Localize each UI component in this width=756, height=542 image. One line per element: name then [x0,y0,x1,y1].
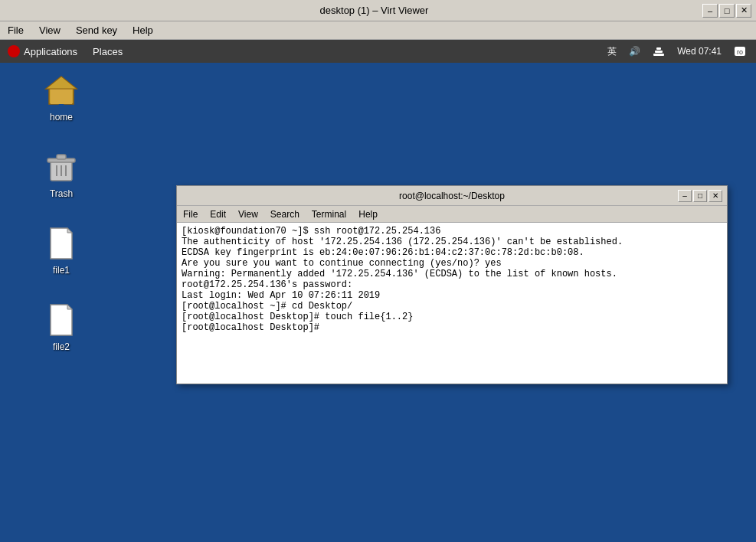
svg-rect-2 [656,47,661,50]
terminal-title: root@localhost:~/Desktop [227,191,676,201]
desktop: home Trash file1 [0,63,756,542]
places-menu-button[interactable]: Places [85,40,130,63]
svg-rect-11 [57,155,66,159]
terminal-menubar: File Edit View Search Terminal Help [177,206,727,223]
desktop-icon-file1[interactable]: file1 [27,222,96,279]
trash-icon-label: Trash [50,188,73,199]
desktop-icon-file2[interactable]: file2 [27,299,96,355]
terminal-titlebar: root@localhost:~/Desktop – □ ✕ [177,186,727,206]
menu-send-key[interactable]: Send key [68,23,125,38]
close-button[interactable]: ✕ [736,4,751,18]
svg-marker-16 [67,228,72,233]
svg-rect-0 [653,54,664,56]
file1-icon [43,225,80,262]
places-label: Places [93,46,123,57]
terminal-maximize-button[interactable]: □ [693,190,707,202]
menu-file[interactable]: File [0,23,31,38]
gnome-panel: Applications Places 英 🔊 Wed 07:41 ro [0,40,756,63]
terminal-minimize-button[interactable]: – [678,190,692,202]
menu-help[interactable]: Help [125,23,161,38]
virt-viewer-titlebar: desktop (1) – Virt Viewer – □ ✕ [0,0,756,21]
svg-rect-7 [51,89,72,104]
network-icon[interactable] [649,44,669,59]
term-menu-terminal[interactable]: Terminal [306,208,352,220]
term-menu-file[interactable]: File [177,208,204,220]
term-menu-help[interactable]: Help [352,208,384,220]
notification-icon[interactable]: ro [730,44,750,59]
language-indicator[interactable]: 英 [604,44,620,60]
virt-viewer-menubar: File View Send key Help [0,21,756,40]
desktop-icon-home[interactable]: home [27,69,96,126]
terminal-close-button[interactable]: ✕ [709,190,722,202]
terminal-window: root@localhost:~/Desktop – □ ✕ File Edit… [176,185,728,384]
applications-menu-button[interactable]: Applications [0,40,85,63]
svg-rect-1 [655,51,663,53]
trash-icon [43,149,80,185]
clock[interactable]: Wed 07:41 [673,44,725,58]
minimize-button[interactable]: – [702,4,718,18]
term-menu-edit[interactable]: Edit [204,208,232,220]
svg-text:ro: ro [737,48,743,56]
home-icon [43,72,80,109]
volume-icon[interactable]: 🔊 [625,44,644,58]
virt-viewer-controls: – □ ✕ [702,4,756,18]
file2-icon-label: file2 [53,341,70,352]
virt-viewer-title: desktop (1) – Virt Viewer [46,5,702,16]
maximize-button[interactable]: □ [719,4,735,18]
desktop-icon-trash[interactable]: Trash [27,145,96,202]
panel-left: Applications Places [0,40,130,63]
home-icon-label: home [50,112,73,122]
panel-right: 英 🔊 Wed 07:41 ro [604,44,756,60]
applications-label: Applications [24,46,77,57]
term-menu-view[interactable]: View [232,208,264,220]
terminal-content[interactable]: [kiosk@foundation70 ~]$ ssh root@172.25.… [177,223,727,384]
menu-view[interactable]: View [31,23,68,38]
term-menu-search[interactable]: Search [264,208,306,220]
svg-marker-8 [46,77,77,89]
redhat-icon [8,45,20,57]
file1-icon-label: file1 [53,265,70,276]
svg-marker-18 [67,305,72,309]
file2-icon [43,302,80,338]
